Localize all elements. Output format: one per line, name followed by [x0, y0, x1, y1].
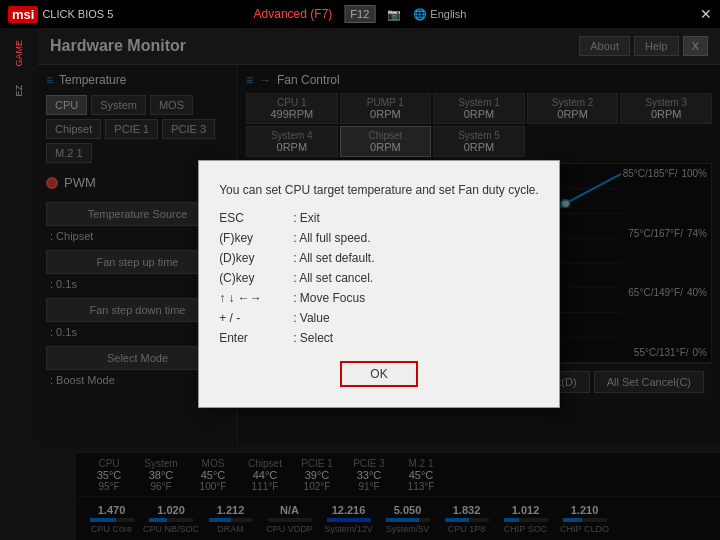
shortcut-plusminus: + / - : Value	[219, 309, 539, 327]
modal-overlay: You can set CPU target temperature and s…	[38, 28, 720, 540]
shortcut-enter: Enter : Select	[219, 329, 539, 347]
shortcut-arrows: ↑ ↓ ←→ : Move Focus	[219, 289, 539, 307]
english-label: 🌐 English	[413, 8, 466, 21]
shortcut-d: (D)key : All set default.	[219, 249, 539, 267]
msi-logo: msi CLICK BIOS 5	[8, 6, 113, 23]
window-close-button[interactable]: ✕	[700, 6, 712, 22]
screenshot-icon: 📷	[387, 8, 401, 21]
top-bar: msi CLICK BIOS 5 Advanced (F7) F12 📷 🌐 E…	[0, 0, 720, 28]
sidenav-ez[interactable]: EZ	[10, 77, 28, 105]
modal-shortcuts: ESC : Exit (F)key : All full speed. (D)k…	[219, 209, 539, 347]
shortcut-c: (C)key : All set cancel.	[219, 269, 539, 287]
shortcut-esc: ESC : Exit	[219, 209, 539, 227]
f12-badge: F12	[344, 5, 375, 23]
modal-ok-button[interactable]: OK	[340, 361, 417, 387]
advanced-mode-button[interactable]: Advanced (F7)	[254, 7, 333, 21]
modal-footer: OK	[219, 361, 539, 387]
modal-intro-text: You can set CPU target temperature and s…	[219, 181, 539, 199]
side-nav: GAME EZ	[0, 28, 38, 540]
shortcut-f: (F)key : All full speed.	[219, 229, 539, 247]
msi-logo-text: msi	[8, 6, 38, 23]
sidenav-game[interactable]: GAME	[10, 32, 28, 75]
top-center: Advanced (F7) F12 📷 🌐 English	[254, 5, 467, 23]
modal-body: You can set CPU target temperature and s…	[219, 181, 539, 347]
click-bios-text: CLICK BIOS 5	[42, 8, 113, 20]
help-modal: You can set CPU target temperature and s…	[198, 160, 560, 408]
main-content: Hardware Monitor About Help X ≡ Temperat…	[38, 28, 720, 540]
